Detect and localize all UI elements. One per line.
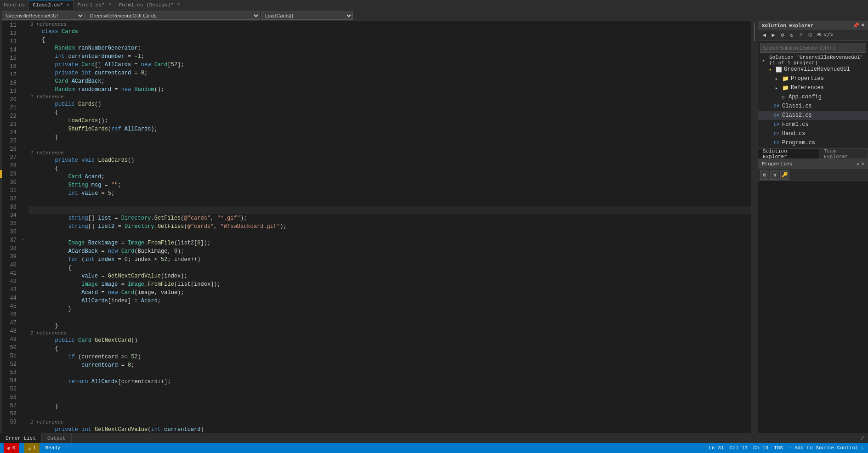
tab-form1-design-close-icon[interactable]: × <box>177 2 180 7</box>
code-36-indent <box>28 247 68 255</box>
code-49-cc: currentcard <box>81 361 118 369</box>
code-33-arr: [] <box>88 222 98 231</box>
status-source-control[interactable]: ↑ Add to Source Control ↓ <box>789 445 864 451</box>
ln-15: 15 <box>6 54 17 62</box>
code-33-paren: ( <box>184 222 187 231</box>
code-18-eq: = <box>111 85 121 94</box>
code-46-public: public <box>55 336 78 345</box>
code-21-paren: (); <box>98 117 108 125</box>
code-35-dot: . <box>144 239 148 247</box>
code-line-36: ACardBack = new Card (Backimage, 0 ); <box>28 247 751 255</box>
ln-46: 46 <box>6 311 17 319</box>
code-13-random: Random <box>55 44 75 52</box>
tab-class2-close-icon[interactable]: × <box>67 3 69 8</box>
se-back-icon[interactable]: ◀ <box>760 31 768 40</box>
props-grid-btn[interactable]: ⊞ <box>760 170 769 180</box>
status-warn-count[interactable]: ⚠ 1 <box>24 443 40 453</box>
props-close-icon[interactable]: × <box>861 161 864 167</box>
code-48-end: ) <box>138 353 141 361</box>
code-15-eq: = <box>131 61 141 69</box>
appconfig-icon: ⚙ <box>779 93 787 101</box>
collapse-spacer-13 <box>20 38 27 46</box>
se-appconfig[interactable]: ⚙ App.config <box>758 92 868 102</box>
code-36-paren: (Backimage, <box>134 247 174 255</box>
hint-2ref-46-text: 2 references <box>30 330 67 336</box>
code-29-5: 5 <box>108 189 111 198</box>
ln-29: 29 <box>6 170 17 178</box>
code-line-27: Card Acard ; <box>28 173 751 181</box>
code-line-17: Card ACardBack ; <box>28 77 751 85</box>
se-class2[interactable]: C# Class2.cs <box>758 111 868 120</box>
se-refresh-icon[interactable]: ↻ <box>788 31 796 40</box>
se-search-input[interactable] <box>760 43 866 53</box>
code-13-rest <box>75 44 78 52</box>
code-27-card: Card <box>68 173 85 181</box>
se-class1-label: Class1.cs <box>782 103 812 109</box>
code-15-var: AllCards <box>105 61 131 69</box>
se-properties-icon[interactable]: ⚙ <box>778 31 787 40</box>
code-line-21: LoadCards (); <box>28 117 751 125</box>
se-tab-solution[interactable]: Solution Explorer <box>758 149 819 159</box>
code-content[interactable]: 3 references class Cards { Random <box>27 21 751 433</box>
tab-class2-cs[interactable]: Class2.cs* × <box>29 0 74 10</box>
se-tab-team[interactable]: Team Explorer <box>819 149 868 159</box>
code-line-12: { <box>28 36 751 44</box>
tab-hand-cs[interactable]: Hand.cs <box>0 0 29 10</box>
code-11-indent <box>28 28 42 36</box>
props-sort-btn[interactable]: ⇅ <box>770 170 779 180</box>
class-dropdown[interactable]: GreenvilleRevenueGUI.Cards <box>85 11 260 20</box>
se-class1[interactable]: C# Class1.cs <box>758 102 868 111</box>
se-code-view-icon[interactable]: </> <box>824 31 833 40</box>
se-collapse-all-icon[interactable]: ⊟ <box>806 31 814 40</box>
code-33-string: string <box>68 222 88 231</box>
code-15-card: Card <box>81 61 95 69</box>
se-pin-icon[interactable]: 📌 <box>853 23 859 28</box>
se-show-all-icon[interactable]: 👁 <box>815 31 823 40</box>
se-project[interactable]: ▾ ⬜ GreenvilleRevenueGUI <box>758 65 868 74</box>
code-29-int: int <box>68 189 81 198</box>
namespace-dropdown[interactable]: GreenvilleRevenueGUI <box>2 11 85 20</box>
code-scroll[interactable]: 11 12 13 14 15 16 17 18 19 20 21 22 23 2… <box>0 21 758 433</box>
tab-form1-design[interactable]: Form1.cs [Design]* × <box>115 0 184 10</box>
method-dropdown[interactable]: LoadCards() <box>261 11 353 20</box>
status-error-count[interactable]: ⊗ 0 <box>4 443 19 453</box>
code-28-eq: = <box>101 181 111 189</box>
code-27-acard: Acard <box>85 173 101 181</box>
tab-form1-close-icon[interactable]: × <box>108 2 111 7</box>
ln-23: 23 <box>6 120 17 129</box>
code-39-end: (index); <box>161 272 187 280</box>
code-28-string: String <box>68 181 91 189</box>
code-line-30 <box>28 198 751 206</box>
code-39-value: value <box>81 272 98 280</box>
se-form1[interactable]: C# Form1.cs <box>758 120 868 129</box>
resize-icon[interactable]: ⤢ <box>860 435 864 441</box>
se-program[interactable]: C# Program.cs <box>758 138 868 147</box>
props-pin-icon[interactable]: ▾ <box>857 161 860 167</box>
se-solution[interactable]: ▸ Solution 'GreenvilleRevenueGUI' (1 of … <box>758 56 868 65</box>
se-properties[interactable]: ▸ 📁 Properties <box>758 74 868 83</box>
bottom-tab-errors[interactable]: Error List <box>0 433 42 443</box>
ln-43: 43 <box>6 286 17 294</box>
se-references[interactable]: ▸ 📁 References <box>758 83 868 92</box>
code-29-semi: ; <box>111 189 114 198</box>
collapse-spacer-55 <box>20 385 27 393</box>
se-close-icon[interactable]: × <box>861 23 864 28</box>
scroll-thumb[interactable] <box>754 23 755 41</box>
solution-explorer: Solution Explorer 📌 × ◀ ▶ ⚙ ↻ ≡ ⊟ 👁 </> <box>758 21 868 159</box>
code-39-get: GetNextCardValue <box>108 272 161 280</box>
se-filter-icon[interactable]: ≡ <box>797 31 805 40</box>
code-14-var: currentcardnumber <box>68 52 124 61</box>
warn-icon: ⚠ <box>28 445 31 451</box>
code-18-var: randomcard <box>78 85 111 94</box>
props-filter-btn[interactable]: 🔑 <box>780 170 789 180</box>
collapse-btn-37[interactable]: − <box>20 236 27 244</box>
se-forward-icon[interactable]: ▶ <box>769 31 777 40</box>
scroll-bar[interactable] <box>751 21 758 433</box>
se-hand[interactable]: C# Hand.cs <box>758 129 868 138</box>
tab-form1-cs[interactable]: Form1.cs* × <box>74 0 115 10</box>
code-47: { <box>28 345 58 353</box>
bottom-tab-output[interactable]: Output <box>42 433 72 443</box>
code-41-eq: = <box>98 289 108 297</box>
collapse-spacer-54 <box>20 377 27 385</box>
hand-icon: C# <box>773 130 780 137</box>
